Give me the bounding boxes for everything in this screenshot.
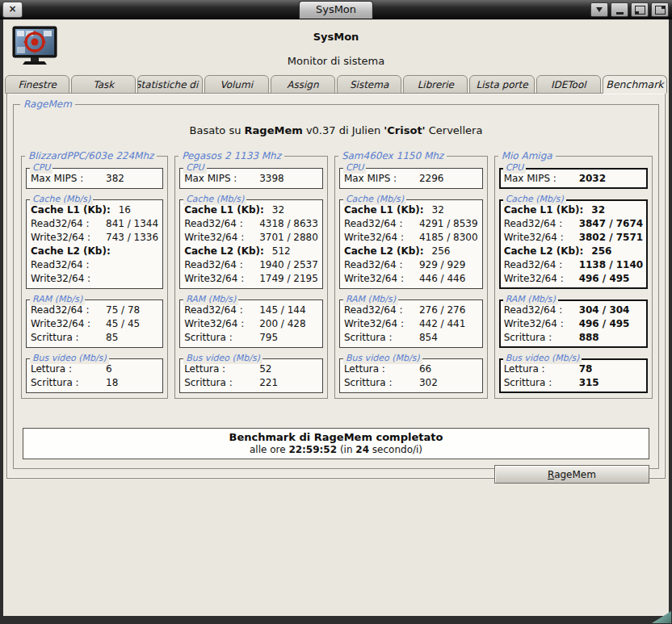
ragemem-button[interactable]: RageMem: [494, 465, 649, 484]
sysmon-app-icon: [11, 26, 58, 66]
l1-read-row: Read32/64 :4318 / 8633: [184, 217, 318, 231]
page-title: SysMon: [3, 31, 669, 43]
max-mips-row: Max MIPS :382: [31, 172, 158, 186]
tabbar: Finestre Task Statistiche di r Volumi As…: [5, 75, 667, 94]
titlebar[interactable]: × SysMon: [0, 0, 672, 19]
benchmark-panel: RageMem Basato su RageMem v0.37 di Julie…: [6, 93, 666, 479]
window-content: SysMon Monitor di sistema Finestre Task …: [3, 19, 669, 616]
l1-write-row: Write32/64 :743 / 1336: [31, 231, 158, 245]
l2-write-row: Write32/64 :1749 / 2195: [184, 272, 318, 286]
l1-read-row: Read32/64 :3847 / 7674: [504, 217, 644, 231]
max-mips-row: Max MIPS :3398: [184, 172, 318, 186]
zoom-icon[interactable]: [631, 2, 649, 17]
l2-read-row: Read32/64 :1138 / 1140: [504, 258, 644, 272]
ragemem-group: RageMem Basato su RageMem v0.37 di Julie…: [13, 104, 659, 469]
status-line1: Benchmark di RageMem completato: [23, 431, 649, 443]
l2-read-row: Read32/64 :: [31, 258, 158, 272]
cache-section: Cache (Mb/s) Cache L1 (Kb):32 Read32/64 …: [179, 199, 323, 289]
ram-section: RAM (Mb/s) Read32/64 :276 / 276 Write32/…: [339, 299, 483, 348]
tab-librerie[interactable]: Librerie: [403, 75, 468, 94]
max-mips-row: Max MIPS :2032: [504, 172, 644, 186]
ram-read-row: Read32/64 :304 / 304: [504, 304, 644, 317]
cpu-section: CPU Max MIPS :2296: [339, 168, 483, 189]
cpu-section: CPU Max MIPS :2032: [499, 168, 649, 189]
bus-scrittura-row: Scrittura :221: [184, 376, 318, 390]
ram-read-row: Read32/64 :276 / 276: [344, 304, 478, 317]
l2-read-row: Read32/64 :929 / 929: [344, 258, 478, 272]
cpu-section: CPU Max MIPS :382: [26, 168, 163, 189]
titlebar-gadgets: [590, 2, 669, 17]
machine-column-mio-amiga: Mio Amiga CPU Max MIPS :2032 Cache (Mb/s…: [494, 156, 653, 399]
tab-idetool[interactable]: IDETool: [536, 75, 601, 94]
tab-benchmark[interactable]: Benchmark: [603, 75, 667, 94]
ram-write-row: Write32/64 :442 / 441: [344, 317, 478, 331]
bus-video-section: Bus video (Mb/s) Lettura :6 Scrittura :1…: [26, 358, 163, 393]
ram-write-row: Write32/64 :45 / 45: [31, 317, 158, 331]
ram-section: RAM (Mb/s) Read32/64 :75 / 78 Write32/64…: [26, 299, 163, 348]
bus-video-section: Bus video (Mb/s) Lettura :66 Scrittura :…: [339, 358, 483, 393]
cache-section: Cache (Mb/s) Cache L1 (Kb):32 Read32/64 …: [499, 199, 649, 289]
ram-scrittura-row: Scrittura :795: [184, 331, 318, 345]
ram-write-row: Write32/64 :496 / 495: [504, 317, 644, 331]
ram-read-row: Read32/64 :75 / 78: [31, 304, 158, 317]
l1-write-row: Write32/64 :3701 / 2880: [184, 231, 318, 245]
cache-l2-row: Cache L2 (Kb):: [31, 245, 158, 258]
ragemem-group-legend: RageMem: [20, 98, 75, 110]
bus-video-section: Bus video (Mb/s) Lettura :78 Scrittura :…: [499, 358, 649, 393]
bus-lettura-row: Lettura :6: [31, 362, 158, 376]
machine-name: Mio Amiga: [498, 150, 556, 161]
machine-columns: BlizzardPPC/603e 224Mhz CPU Max MIPS :38…: [21, 156, 651, 399]
cache-l1-row: Cache L1 (Kb):32: [344, 203, 478, 217]
machine-name: Pegasos 2 1133 Mhz: [178, 150, 284, 161]
bus-lettura-row: Lettura :66: [344, 362, 478, 376]
tab-statistiche[interactable]: Statistiche di r: [137, 75, 202, 94]
cache-section: Cache (Mb/s) Cache L1 (Kb):16 Read32/64 …: [26, 199, 163, 289]
l2-write-row: Write32/64 :: [31, 272, 158, 286]
bus-lettura-row: Lettura :78: [504, 362, 644, 376]
bus-scrittura-row: Scrittura :315: [504, 376, 644, 390]
machine-column-blizzardppc: BlizzardPPC/603e 224Mhz CPU Max MIPS :38…: [21, 156, 168, 399]
ram-scrittura-row: Scrittura :85: [31, 331, 158, 345]
window-title[interactable]: SysMon: [299, 1, 373, 19]
tab-task[interactable]: Task: [71, 75, 136, 94]
cache-l1-row: Cache L1 (Kb):32: [504, 203, 644, 217]
l2-write-row: Write32/64 :446 / 446: [344, 272, 478, 286]
machine-name: BlizzardPPC/603e 224Mhz: [25, 150, 157, 161]
cache-section: Cache (Mb/s) Cache L1 (Kb):32 Read32/64 …: [339, 199, 483, 289]
ram-section: RAM (Mb/s) Read32/64 :145 / 144 Write32/…: [179, 299, 323, 348]
cache-l2-row: Cache L2 (Kb):256: [504, 245, 644, 258]
close-icon[interactable]: ×: [2, 2, 23, 18]
tab-volumi[interactable]: Volumi: [204, 75, 269, 94]
cache-l2-row: Cache L2 (Kb):512: [184, 245, 318, 258]
cache-l2-row: Cache L2 (Kb):256: [344, 245, 478, 258]
bus-lettura-row: Lettura :52: [184, 362, 318, 376]
ram-scrittura-row: Scrittura :854: [344, 331, 478, 345]
ram-scrittura-row: Scrittura :888: [504, 331, 644, 345]
l1-write-row: Write32/64 :4185 / 8300: [344, 231, 478, 245]
machine-column-pegasos: Pegasos 2 1133 Mhz CPU Max MIPS :3398 Ca…: [174, 156, 328, 399]
minimize-icon[interactable]: [611, 2, 628, 17]
l2-read-row: Read32/64 :1940 / 2537: [184, 258, 318, 272]
cache-l1-row: Cache L1 (Kb):16: [31, 203, 158, 217]
ram-section: RAM (Mb/s) Read32/64 :304 / 304 Write32/…: [499, 299, 649, 348]
button-row: RageMem: [23, 465, 649, 484]
ram-write-row: Write32/64 :200 / 428: [184, 317, 318, 331]
tab-assign[interactable]: Assign: [271, 75, 335, 94]
l1-read-row: Read32/64 :4291 / 8539: [344, 217, 478, 231]
tab-sistema[interactable]: Sistema: [337, 75, 401, 94]
ragemem-credit: Basato su RageMem v0.37 di Julien 'Criso…: [19, 124, 653, 136]
max-mips-row: Max MIPS :2296: [344, 172, 478, 186]
status-line2: alle ore 22:59:52 (in 24 secondo/i): [23, 444, 649, 455]
app-header: SysMon Monitor di sistema: [3, 20, 669, 67]
l2-write-row: Write32/64 :496 / 495: [504, 272, 644, 286]
depth-icon[interactable]: [651, 2, 669, 17]
cpu-section: CPU Max MIPS :3398: [179, 168, 323, 189]
windowshade-icon[interactable]: [590, 2, 608, 17]
cache-l1-row: Cache L1 (Kb):32: [184, 203, 318, 217]
bus-video-section: Bus video (Mb/s) Lettura :52 Scrittura :…: [179, 358, 323, 393]
bus-scrittura-row: Scrittura :302: [344, 376, 478, 390]
tab-lista-porte[interactable]: Lista porte: [469, 75, 534, 94]
machine-column-sam460ex: Sam460ex 1150 Mhz CPU Max MIPS :2296 Cac…: [334, 156, 488, 399]
tab-finestre[interactable]: Finestre: [5, 75, 69, 94]
page-subtitle: Monitor di sistema: [3, 55, 669, 67]
